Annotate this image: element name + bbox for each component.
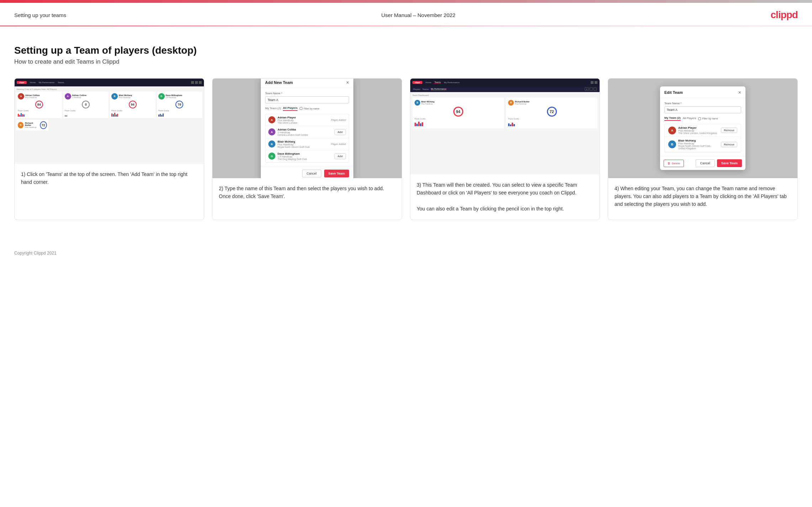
player-club-4: The Dog Maying Golf Club — [278, 158, 332, 160]
modal4-filter: Filter by name — [698, 117, 718, 120]
modal4-body: Team Name * My Team (2) All Players Filt… — [660, 98, 745, 156]
player-avatar-2: A — [268, 128, 275, 135]
dashboard-screenshot: clippd Home My Performance Teams — [15, 79, 204, 164]
remove-player-btn-1[interactable]: Remove — [721, 128, 737, 133]
manual-label: User Manual – November 2022 — [381, 12, 455, 18]
edit-player-item-2: B Blair McHarg Plus Handicap Royal North… — [665, 137, 741, 152]
tab-my-team[interactable]: My Team (2) — [265, 107, 281, 111]
modal4-save-button[interactable]: Save Team — [717, 159, 742, 167]
modal2-filter: Filter by name — [300, 107, 319, 110]
edit-player-detail-2: Plus Handicap — [678, 142, 719, 145]
main-content: Setting up a Team of players (desktop) H… — [0, 38, 812, 245]
filter-checkbox-4[interactable] — [698, 117, 701, 120]
card-1-text: 1) Click on 'Teams' at the top of the sc… — [15, 164, 204, 220]
player-info-4: Dave Billingham 1.5 Handicap The Dog May… — [278, 152, 332, 160]
ss1-players-top: A Adrian Collins Plus Handicap 84 Pla — [16, 92, 202, 118]
player-info-3: Blair McHarg Plus Handicap Royal North D… — [278, 140, 329, 148]
remove-player-btn-2[interactable]: Remove — [721, 142, 737, 147]
footer: Copyright Clippd 2021 — [0, 245, 812, 261]
card-3-text: 3) This Team will then be created. You c… — [410, 175, 600, 220]
ss3-players-row: B Blair McHarg Plus Handicap 94 Playe — [412, 98, 597, 128]
edit-player-name-1: Adrian Player — [678, 126, 719, 129]
page-title: Setting up a Team of players (desktop) — [14, 45, 798, 56]
card-2-screenshot: Add New Team × Team Name * My Team (2) A… — [212, 79, 402, 178]
player-item-3: B Blair McHarg Plus Handicap Royal North… — [265, 138, 349, 150]
player-name-2: Adrian Coliba — [278, 128, 332, 131]
modal4-overlay: Edit Team × Team Name * My Team (2) All … — [608, 79, 797, 178]
add-player-btn-2[interactable]: Add — [334, 129, 346, 135]
modal2-body: Team Name * My Team (2) All Players Filt… — [261, 88, 353, 166]
trash-icon: 🗑 — [668, 162, 670, 165]
card-3-screenshot: clippd Home Teams My Performance Players — [410, 79, 600, 175]
add-player-btn-4[interactable]: Add — [334, 153, 346, 159]
ss1-body: Viewing 4 out of 5 players from: All Pla… — [15, 86, 204, 164]
modal4-close-icon[interactable]: × — [738, 90, 741, 95]
ss1-player-card-2: A Adrian Collins 1 Handicap 0 Player — [63, 92, 109, 118]
edit-player-info-1: Adrian Player Plus Handicap The Shire Lo… — [678, 126, 719, 134]
modal4-team-name-input[interactable] — [664, 106, 741, 113]
modal2-save-button[interactable]: Save Team — [324, 170, 349, 177]
top-accent-bar — [0, 0, 812, 3]
player-avatar-4: D — [268, 153, 275, 160]
ss1-player-bottom: R Richard Butler Plus Handicap 72 — [16, 120, 48, 130]
ss3-subtabs: Players Teams My Performance ✏ — [410, 86, 600, 92]
player-item-4: D Dave Billingham 1.5 Handicap The Dog M… — [265, 150, 349, 162]
edit-footer-right: Cancel Save Team — [696, 159, 742, 167]
modal4-footer: 🗑 Delete Cancel Save Team — [660, 156, 745, 170]
modal2-overlay: Add New Team × Team Name * My Team (2) A… — [212, 79, 402, 178]
modal4-tab-all-players[interactable]: All Players — [683, 117, 696, 121]
edit-player-item-1: A Adrian Player Plus Handicap The Shire … — [665, 124, 741, 137]
modal2-cancel-button[interactable]: Cancel — [302, 170, 321, 177]
card-4: Edit Team × Team Name * My Team (2) All … — [608, 78, 798, 220]
modal4-header: Edit Team × — [660, 86, 745, 98]
edit-player-info-2: Blair McHarg Plus Handicap Royal North D… — [678, 139, 719, 150]
player-avatar-3: B — [268, 140, 275, 148]
header: Setting up your teams User Manual – Nove… — [0, 3, 812, 26]
modal2-player-list: A Adrian Player Plus Handicap The Shire … — [265, 114, 349, 163]
page-subtitle: How to create and edit Teams in Clippd — [14, 58, 798, 65]
player-detail-4: 1.5 Handicap — [278, 155, 332, 158]
modal2-header: Add New Team × — [261, 79, 353, 88]
modal4-tabs: My Team (2) All Players Filter by name — [664, 116, 741, 121]
modal4-title: Edit Team — [664, 90, 683, 95]
header-divider — [0, 26, 812, 26]
ss1-player-card-4: D Dave Billingham 1.5 Handicap 78 Pla — [157, 92, 202, 118]
card-4-text: 4) When editing your Team, you can chang… — [608, 178, 797, 220]
card-2-text: 2) Type the name of this Team and then s… — [212, 178, 402, 220]
edit-player-detail-1: Plus Handicap — [678, 129, 719, 132]
modal4-field-label: Team Name * — [664, 102, 741, 105]
player-item-1: A Adrian Player Plus Handicap The Shire … — [265, 114, 349, 126]
ss1-player-card-1: A Adrian Collins Plus Handicap 84 Pla — [16, 92, 62, 118]
player-detail-1: Plus Handicap — [278, 119, 329, 122]
team-dashboard-screenshot: clippd Home Teams My Performance Players — [410, 79, 600, 175]
modal2-team-name-input[interactable] — [265, 96, 349, 103]
modal4-cancel-button[interactable]: Cancel — [696, 159, 715, 167]
ss3-pc-2: R Richard Butler Plus Handicap 72 Pla — [506, 98, 597, 128]
delete-team-button[interactable]: 🗑 Delete — [664, 160, 684, 167]
player-detail-2: 1 Handicap — [278, 131, 332, 134]
player-name-4: Dave Billingham — [278, 152, 332, 155]
edit-avatar-1: A — [668, 127, 676, 134]
ss1-topbar: clippd Home My Performance Teams — [15, 79, 204, 86]
player-status-1: Player Added — [331, 119, 346, 121]
card-1: clippd Home My Performance Teams — [14, 78, 204, 220]
modal2-title: Add New Team — [265, 80, 293, 85]
player-info-2: Adrian Coliba 1 Handicap Central London … — [278, 128, 332, 136]
modal4-tab-my-team[interactable]: My Team (2) — [664, 116, 681, 121]
player-detail-3: Plus Handicap — [278, 143, 329, 146]
tab-all-players[interactable]: All Players — [283, 106, 297, 111]
add-team-modal: Add New Team × Team Name * My Team (2) A… — [261, 79, 353, 178]
player-info-1: Adrian Player Plus Handicap The Shire Lo… — [278, 116, 329, 124]
edit-player-club-2: Royal North Devon Golf Club, United King… — [678, 145, 719, 150]
modal2-footer: Cancel Save Team — [261, 166, 353, 178]
ss1-player-card-3: B Blair McHarg Plus Handicap 94 Playe — [110, 92, 155, 118]
card-4-screenshot: Edit Team × Team Name * My Team (2) All … — [608, 79, 797, 178]
player-club-3: Royal North Devon Golf Club — [278, 146, 329, 148]
card-1-screenshot: clippd Home My Performance Teams — [15, 79, 204, 164]
cards-row: clippd Home My Performance Teams — [14, 78, 798, 220]
player-avatar-1: A — [268, 116, 275, 123]
modal2-close-icon[interactable]: × — [346, 80, 349, 85]
section-label: Setting up your teams — [14, 12, 66, 18]
filter-checkbox[interactable] — [300, 107, 302, 110]
modal2-field-label: Team Name * — [265, 92, 349, 95]
